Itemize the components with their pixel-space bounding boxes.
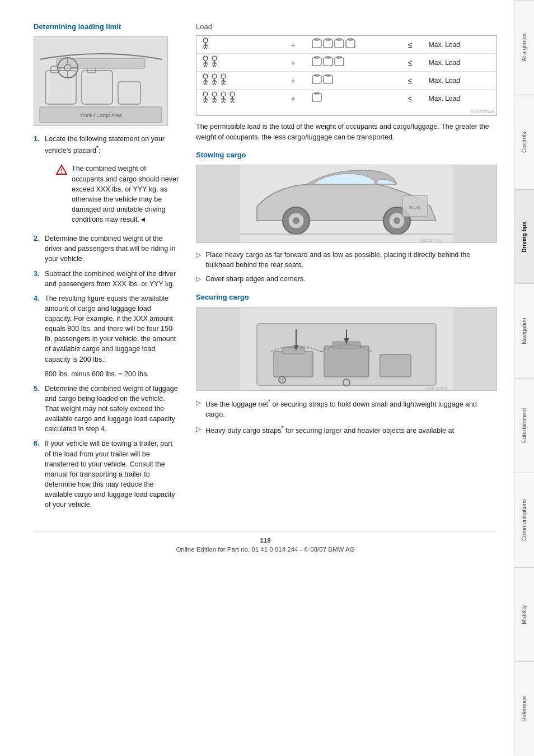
sidebar-item-at-a-glance[interactable]: At a glance [514, 0, 534, 95]
securing-cargo-image: S65P5AAKB [196, 307, 497, 391]
svg-line-79 [212, 98, 214, 100]
stowing-bullets-list: ▷ Place heavy cargo as far forward and a… [196, 250, 497, 284]
sidebar-item-entertainment[interactable]: Entertainment [514, 378, 534, 473]
securing-svg: S65P5AAKB [196, 307, 496, 391]
svg-text:Trunk: Trunk [409, 205, 421, 210]
step-5: 5. Determine the combined weight of lugg… [34, 384, 179, 435]
load-plus-3: + [288, 72, 309, 90]
svg-line-94 [232, 101, 234, 103]
load-persons-4 [196, 90, 288, 108]
svg-line-53 [204, 83, 205, 85]
svg-line-82 [214, 101, 216, 103]
securing-section-title: Securing cargo [196, 293, 497, 301]
sidebar-item-mobility[interactable]: Mobility [514, 567, 534, 662]
stowing-bullet-1: ▷ Place heavy cargo as far forward and a… [196, 250, 497, 270]
load-maxload-4: Max. Load [425, 90, 496, 108]
svg-rect-45 [324, 58, 332, 66]
stowing-bullet-2: ▷ Cover sharp edges and corners. [196, 274, 497, 284]
load-section-title: Load [196, 22, 497, 31]
svg-line-76 [205, 101, 207, 103]
car-interior-svg: Trunk / Cargo Area [34, 37, 167, 125]
step-4-text: The resulting figure equals the availabl… [45, 293, 179, 365]
svg-line-75 [204, 101, 205, 103]
person-icons-3 [200, 73, 233, 86]
warning-icon: ! [56, 164, 67, 175]
svg-line-87 [222, 101, 223, 103]
load-row-1: + [196, 36, 496, 54]
svg-line-86 [223, 98, 226, 100]
svg-rect-111 [282, 347, 305, 354]
svg-line-64 [223, 80, 226, 82]
svg-line-93 [231, 101, 232, 103]
warning-item: ! The combined weight of occupants and c… [45, 160, 179, 229]
load-maxload-2: Max. Load [425, 54, 496, 72]
svg-point-17 [203, 38, 208, 43]
sidebar-item-driving-tips[interactable]: Driving tips [514, 189, 534, 284]
load-row-4: + ≤ Max. Load [196, 90, 496, 108]
svg-line-21 [204, 47, 205, 49]
sidebar-item-reference[interactable]: Reference [514, 661, 534, 756]
load-row-2: + ≤ [196, 54, 496, 72]
load-luggage-4 [308, 90, 405, 108]
bullet-arrow-s2: ▷ [196, 424, 201, 436]
svg-point-71 [203, 92, 208, 96]
svg-line-60 [214, 83, 216, 85]
svg-rect-43 [312, 58, 321, 66]
svg-line-54 [205, 83, 207, 85]
svg-line-88 [223, 101, 225, 103]
svg-line-92 [232, 98, 235, 100]
step-1-num: 1. [34, 134, 41, 156]
luggage-icons-1 [312, 38, 357, 50]
step-4-num: 4. [34, 293, 41, 365]
load-plus-1: + [288, 36, 309, 54]
load-leq-1: ≤ [405, 36, 425, 54]
sidebar-item-controls[interactable]: Controls [514, 95, 534, 189]
step-4: 4. The resulting figure equals the avail… [34, 293, 179, 365]
svg-point-120 [280, 378, 284, 381]
securing-bullet-2-text: Heavy-duty cargo straps* for securing la… [205, 424, 454, 436]
determining-loading-title: Determining loading limit [34, 22, 179, 31]
permissible-text: The permissible load is the total of the… [196, 122, 497, 143]
left-column: Determining loading limit [34, 22, 179, 514]
svg-line-59 [213, 83, 214, 85]
step-6-num: 6. [34, 438, 41, 510]
svg-rect-47 [335, 58, 344, 66]
svg-line-20 [205, 44, 208, 46]
svg-rect-95 [312, 94, 321, 101]
step-3: 3. Subtract the combined weight of the d… [34, 269, 179, 289]
svg-line-22 [205, 47, 207, 49]
securing-bullets-list: ▷ Use the luggage net* or securing strap… [196, 398, 497, 436]
svg-text:S65C9FCAA: S65C9FCAA [419, 239, 442, 242]
svg-point-77 [212, 92, 217, 96]
svg-rect-110 [274, 352, 313, 377]
svg-rect-6 [57, 58, 145, 68]
svg-line-66 [223, 83, 225, 85]
step-1-text: Locate the following statement on your v… [45, 134, 179, 156]
svg-point-103 [394, 217, 400, 224]
step-1: 1. Locate the following statement on you… [34, 134, 179, 156]
svg-line-58 [214, 80, 217, 82]
step-6-text: If your vehicle will be towing a trailer… [45, 438, 179, 510]
stowing-bullet-1-text: Place heavy cargo as far forward and as … [205, 250, 497, 270]
svg-point-89 [230, 92, 235, 96]
luggage-icons-2 [312, 55, 346, 68]
svg-rect-112 [324, 346, 369, 377]
svg-line-85 [221, 98, 223, 100]
svg-point-49 [203, 74, 208, 78]
securing-bullet-2: ▷ Heavy-duty cargo straps* for securing … [196, 424, 497, 436]
load-plus-4: + [288, 90, 309, 108]
svg-line-74 [205, 98, 208, 100]
bullet-arrow-2: ▷ [196, 274, 201, 284]
svg-point-83 [221, 92, 226, 96]
load-leq-2: ≤ [405, 54, 425, 72]
svg-line-41 [213, 65, 214, 67]
svg-point-55 [212, 74, 217, 78]
svg-rect-29 [346, 40, 355, 48]
person-icons-4 [200, 91, 242, 104]
svg-line-51 [203, 80, 205, 82]
sidebar-item-communications[interactable]: Communications [514, 473, 534, 567]
load-luggage-1 [308, 36, 405, 54]
car-interior-image: Trunk / Cargo Area [34, 36, 168, 126]
sidebar-item-navigation[interactable]: Navigation [514, 283, 534, 378]
securing-bullet-1-text: Use the luggage net* or securing straps … [205, 398, 497, 419]
